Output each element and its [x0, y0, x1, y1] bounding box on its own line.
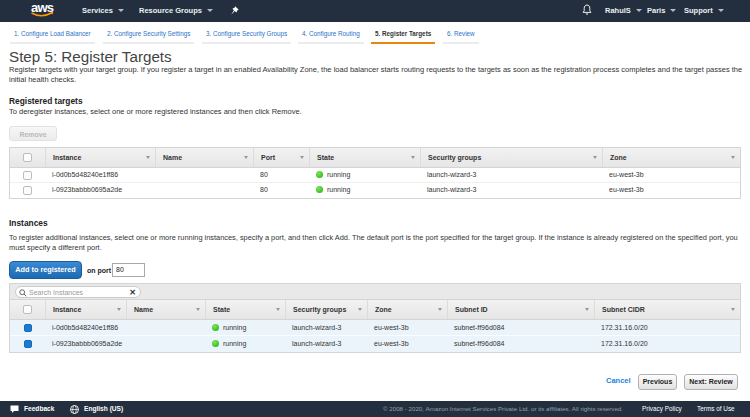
- svg-text:aws: aws: [31, 1, 54, 15]
